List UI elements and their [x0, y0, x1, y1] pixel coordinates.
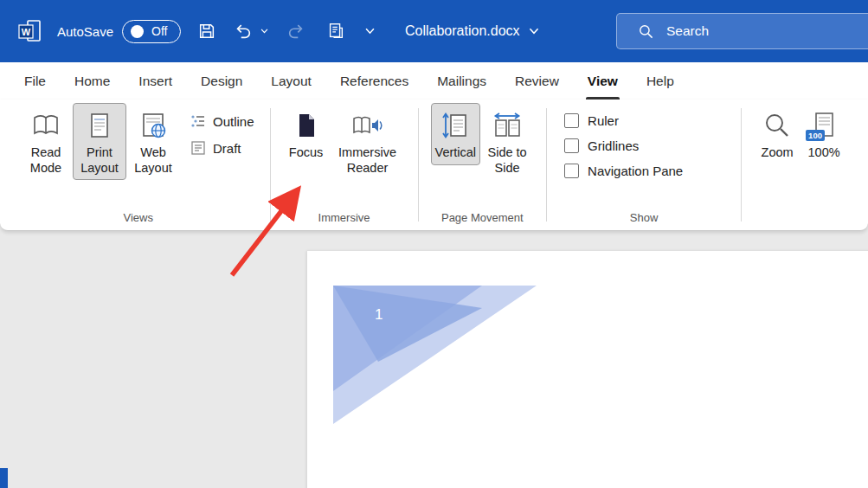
- search-box[interactable]: Search: [616, 13, 868, 49]
- side-to-side-label: Side to Side: [485, 145, 530, 176]
- document-title-text: Collaboration.docx: [405, 23, 520, 39]
- group-label-show: Show: [559, 211, 729, 230]
- tab-home[interactable]: Home: [74, 62, 110, 100]
- tab-references[interactable]: References: [340, 62, 408, 100]
- outline-icon: [190, 113, 206, 129]
- immersive-reader-label: Immersive Reader: [334, 145, 402, 176]
- tab-help[interactable]: Help: [646, 62, 674, 100]
- autosave-toggle[interactable]: Off: [122, 20, 181, 43]
- read-mode-icon: [31, 110, 61, 141]
- group-immersive: Focus Immersive Reader Immersive: [278, 103, 411, 230]
- group-label-page-movement: Page Movement: [431, 211, 535, 230]
- gridlines-checkbox-row[interactable]: Gridlines: [559, 138, 729, 153]
- zoom-icon: [762, 110, 792, 141]
- autosave-label: AutoSave: [57, 24, 113, 39]
- group-show: Ruler Gridlines Navigation Pane Show: [554, 103, 734, 230]
- print-layout-icon: [85, 110, 114, 141]
- print-preview-icon: [326, 22, 345, 41]
- group-views: Read Mode Print Layout: [14, 103, 263, 230]
- undo-dropdown-chevron-icon[interactable]: [259, 27, 270, 35]
- group-separator: [270, 108, 271, 222]
- page-number: 1: [375, 306, 383, 324]
- save-button[interactable]: [193, 17, 221, 45]
- zoom-100-button[interactable]: 100 100%: [800, 103, 847, 165]
- draft-button[interactable]: Draft: [187, 138, 258, 157]
- focus-icon: [292, 110, 321, 141]
- group-separator: [418, 108, 419, 222]
- document-title[interactable]: Collaboration.docx: [405, 0, 539, 62]
- group-label-immersive: Immersive: [283, 211, 406, 230]
- gridlines-checkbox[interactable]: [564, 138, 579, 153]
- titlebar: W AutoSave Off: [0, 0, 868, 62]
- tab-file[interactable]: File: [24, 62, 46, 100]
- vertical-icon: [440, 110, 470, 141]
- tab-design[interactable]: Design: [201, 62, 242, 100]
- toggle-knob-icon: [131, 25, 144, 38]
- web-layout-icon: [138, 110, 168, 141]
- ruler-checkbox-row[interactable]: Ruler: [559, 113, 729, 128]
- tab-review[interactable]: Review: [515, 62, 559, 100]
- tab-view[interactable]: View: [588, 62, 618, 100]
- print-layout-button[interactable]: Print Layout: [73, 103, 126, 180]
- svg-text:W: W: [22, 27, 31, 37]
- search-icon: [638, 23, 654, 40]
- read-mode-label: Read Mode: [23, 145, 68, 176]
- navigation-pane-checkbox-row[interactable]: Navigation Pane: [559, 164, 729, 178]
- draft-label: Draft: [213, 141, 241, 156]
- undo-button[interactable]: [229, 17, 257, 45]
- tab-insert[interactable]: Insert: [138, 62, 172, 100]
- autosave-state: Off: [151, 24, 167, 38]
- web-layout-button[interactable]: Web Layout: [126, 103, 180, 180]
- ruler-label: Ruler: [588, 113, 619, 128]
- vertical-label: Vertical: [435, 145, 477, 161]
- zoom-label: Zoom: [762, 145, 794, 161]
- group-zoom: Zoom 100 100%: [749, 103, 852, 230]
- customize-toolbar-chevron-icon[interactable]: [363, 26, 376, 36]
- group-label-views: Views: [19, 211, 258, 230]
- cover-triangle-decoration: [333, 286, 539, 426]
- outline-button[interactable]: Outline: [187, 112, 258, 131]
- word-app-icon[interactable]: W: [17, 18, 43, 44]
- zoom-100-icon: 100: [809, 110, 839, 141]
- redo-button: [282, 17, 310, 45]
- ruler-checkbox[interactable]: [564, 113, 579, 128]
- zoom-100-label: 100%: [808, 145, 840, 161]
- document-page[interactable]: 1: [307, 251, 868, 488]
- outline-label: Outline: [213, 114, 254, 129]
- redo-icon: [286, 22, 305, 41]
- document-area: 1: [0, 232, 868, 488]
- draft-icon: [190, 140, 206, 156]
- search-placeholder: Search: [666, 23, 709, 39]
- vertical-button[interactable]: Vertical: [431, 103, 481, 165]
- side-to-side-icon: [492, 110, 522, 141]
- focus-label: Focus: [289, 145, 324, 161]
- focus-button[interactable]: Focus: [283, 103, 330, 165]
- zoom-100-badge: 100: [806, 130, 825, 141]
- print-layout-label: Print Layout: [77, 145, 122, 176]
- zoom-button[interactable]: Zoom: [754, 103, 800, 165]
- ribbon: Read Mode Print Layout: [0, 100, 868, 231]
- ribbon-tab-row: File Home Insert Design Layout Reference…: [0, 62, 868, 100]
- immersive-reader-button[interactable]: Immersive Reader: [330, 103, 406, 180]
- side-to-side-button[interactable]: Side to Side: [480, 103, 534, 180]
- group-page-movement: Vertical Side to Side Page Movement: [426, 103, 540, 230]
- gridlines-label: Gridlines: [588, 138, 639, 153]
- group-separator: [546, 108, 547, 222]
- group-label-zoom: [754, 224, 847, 230]
- undo-icon: [234, 22, 253, 41]
- web-layout-label: Web Layout: [131, 145, 176, 176]
- navigation-pane-label: Navigation Pane: [588, 164, 683, 178]
- tab-mailings[interactable]: Mailings: [437, 62, 486, 100]
- group-separator: [741, 108, 742, 222]
- print-preview-button[interactable]: [322, 17, 350, 45]
- title-dropdown-chevron-icon: [529, 28, 539, 35]
- immersive-reader-icon: [352, 110, 383, 141]
- save-icon: [197, 22, 216, 41]
- navigation-pane-checkbox[interactable]: [564, 164, 579, 178]
- word-logo-icon: W: [17, 18, 43, 44]
- tab-layout[interactable]: Layout: [271, 62, 312, 100]
- read-mode-button[interactable]: Read Mode: [19, 103, 73, 180]
- window-corner-accent: [0, 468, 8, 488]
